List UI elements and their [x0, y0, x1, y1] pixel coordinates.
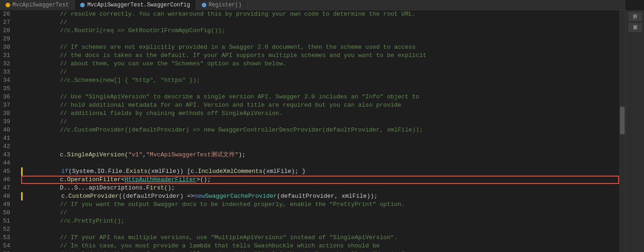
- line-number-48: 48: [0, 192, 13, 200]
- expand-button[interactable]: 展: [628, 23, 642, 32]
- token: D...S...: [60, 184, 88, 192]
- token: ,: [142, 151, 146, 159]
- token: //: [60, 209, 67, 217]
- line-number-38: 38: [0, 109, 13, 118]
- line-number-29: 29: [0, 35, 13, 43]
- code-line-48: c.CustomProvider((defaultProvider) => ne…: [21, 192, 619, 200]
- code-line-33: //: [21, 68, 619, 76]
- code-line-28: //c.RootUrl(req => GetRootUrlFromAppConf…: [21, 27, 619, 35]
- line-number-51: 51: [0, 217, 13, 225]
- collapse-button[interactable]: 折: [628, 12, 642, 21]
- line-number-55: 55: [0, 250, 13, 252]
- line-number-30: 30: [0, 43, 13, 52]
- line-number-32: 32: [0, 60, 13, 68]
- line-number-34: 34: [0, 76, 13, 85]
- line-number-50: 50: [0, 209, 13, 217]
- code-line-52: [21, 225, 619, 234]
- token: new: [194, 192, 205, 200]
- line-number-52: 52: [0, 225, 13, 234]
- tab-label-register: Register(): [209, 2, 242, 8]
- token: // If schemes are not explicitly provide…: [60, 43, 416, 52]
- token: //c.CustomProvider((defaultProvider) => …: [60, 126, 423, 134]
- tab-register[interactable]: Register(): [196, 0, 248, 10]
- token: c.: [60, 176, 67, 184]
- line-number-26: 26: [0, 10, 13, 18]
- token: // In this case, you must provide a lamb…: [60, 242, 380, 250]
- code-line-53: // If your API has multiple versions, us…: [21, 234, 619, 242]
- token: c.: [60, 151, 67, 159]
- line-number-44: 44: [0, 159, 13, 167]
- token: SwaggerCacheProvider: [205, 192, 277, 200]
- scrollbar-thumb[interactable]: [620, 107, 625, 134]
- editor-container: MvcApiSwaggerTest MvcApiSwaggerTest.Swag…: [0, 0, 644, 252]
- line-number-46: 46: [0, 176, 13, 184]
- code-line-34: //c.Schemes(new[] { "http", "https" });: [21, 76, 619, 85]
- scrollbar[interactable]: [619, 10, 626, 252]
- code-line-49: // If you want the output Swagger docs t…: [21, 200, 619, 209]
- code-line-26: // resolve correctly. You can workaround…: [21, 10, 619, 18]
- tab-bar: MvcApiSwaggerTest MvcApiSwaggerTest.Swag…: [0, 0, 626, 10]
- token: (xmlFile); }: [263, 167, 306, 176]
- line-number-42: 42: [0, 143, 13, 151]
- token: // included in the docs for a given API …: [60, 250, 405, 252]
- token: ((defaultProvider) =>: [119, 192, 194, 200]
- tab-swagger-config[interactable]: MvcApiSwaggerTest.SwaggerConfig: [75, 0, 196, 10]
- code-line-41: [21, 134, 619, 143]
- token: First: [146, 184, 164, 192]
- token: (: [124, 151, 128, 159]
- code-line-40: //c.CustomProvider((defaultProvider) => …: [21, 126, 619, 134]
- line-number-47: 47: [0, 184, 13, 192]
- token: //c.Schemes(new[] { "http", "https" });: [60, 76, 200, 85]
- token: "v1": [128, 151, 142, 159]
- token: // the docs is taken as the default. If …: [60, 52, 427, 60]
- token: //: [60, 18, 67, 27]
- token: CustomProvider: [69, 192, 119, 200]
- code-line-45: if (System.IO.File.Exists(xmlFile)) [c.I…: [21, 167, 619, 176]
- tab-icon-swagger: [80, 3, 85, 7]
- code-line-39: //: [21, 118, 619, 126]
- token: OperationFilter: [67, 176, 121, 184]
- token: // Use "SingleApiVersion" to describe a …: [60, 93, 419, 101]
- code-line-43: c.SingleApiVersion("v1", "MvcApiSwaggerT…: [21, 151, 619, 159]
- tab-icon-mvc: [6, 3, 10, 7]
- token: //: [60, 118, 67, 126]
- code-area[interactable]: // resolve correctly. You can workaround…: [17, 10, 619, 252]
- code-line-38: // additional fields by chaining methods…: [21, 109, 619, 118]
- token: <: [121, 176, 125, 184]
- token: "MvcApiSwaggerTest测试文件": [146, 151, 238, 159]
- line-number-43: 43: [0, 151, 13, 159]
- line-number-35: 35: [0, 85, 13, 93]
- token: // resolve correctly. You can workaround…: [60, 10, 416, 18]
- token: // additional fields by chaining methods…: [60, 109, 283, 118]
- token: (System.IO.File.: [69, 167, 126, 176]
- line-number-33: 33: [0, 68, 13, 76]
- tab-mvc[interactable]: MvcApiSwaggerTest: [0, 0, 75, 10]
- code-line-46: c.OperationFilter<HttpAuthHeaderFilter>(…: [21, 176, 619, 184]
- line-number-31: 31: [0, 52, 13, 60]
- token: (defaultProvider, xmlFile));: [277, 192, 377, 200]
- token: apiDescriptions.: [88, 184, 146, 192]
- token: //: [60, 68, 67, 76]
- right-panel: 折 展: [626, 10, 644, 252]
- main-area: 2627282930313233343536373839404142434445…: [0, 0, 644, 252]
- token: if: [61, 167, 69, 176]
- line-number-36: 36: [0, 93, 13, 101]
- token: // about them, you can use the "Schemes"…: [60, 60, 286, 68]
- token: // If your API has multiple versions, us…: [60, 234, 398, 242]
- code-line-44: [21, 159, 619, 167]
- code-line-47: D...S...apiDescriptions.First();: [21, 184, 619, 192]
- token: );: [239, 151, 246, 159]
- line-numbers: 2627282930313233343536373839404142434445…: [0, 10, 17, 252]
- code-line-55: // included in the docs for a given API …: [21, 250, 619, 252]
- code-line-54: // In this case, you must provide a lamb…: [21, 242, 619, 250]
- token: c.: [61, 192, 69, 200]
- line-number-49: 49: [0, 200, 13, 209]
- code-line-37: // hold additional metadata for an API. …: [21, 101, 619, 109]
- token: HttpAuthHeaderFilter: [124, 176, 196, 184]
- code-line-32: // about them, you can use the "Schemes"…: [21, 60, 619, 68]
- line-number-40: 40: [0, 126, 13, 134]
- token: >();: [196, 176, 211, 184]
- code-line-51: //c.PrettyPrint();: [21, 217, 619, 225]
- line-number-28: 28: [0, 27, 13, 35]
- token: (xmlFile)) [c.: [147, 167, 198, 176]
